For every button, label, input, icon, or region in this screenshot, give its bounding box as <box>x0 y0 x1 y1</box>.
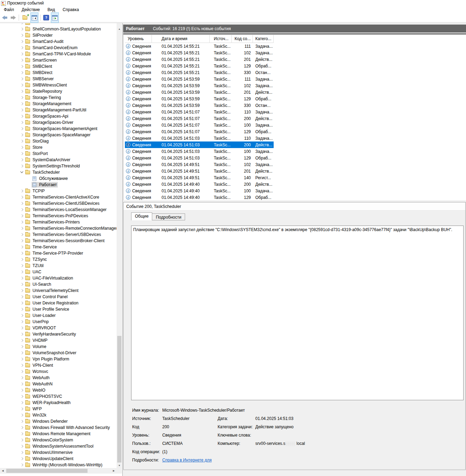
menu-Файл[interactable]: Файл <box>0 7 18 13</box>
tree-item-WFP[interactable]: WFP <box>0 406 117 412</box>
chevron-right-icon[interactable] <box>20 232 25 237</box>
chevron-right-icon[interactable] <box>20 282 25 287</box>
event-row[interactable]: iСведения01.04.2025 14:51:07TaskSc...100… <box>125 122 274 128</box>
tab-general[interactable]: Общие <box>131 212 152 220</box>
chevron-right-icon[interactable] <box>20 58 25 63</box>
scroll-right-arrow-icon[interactable]: ▶ <box>111 468 117 474</box>
chevron-right-icon[interactable] <box>20 338 25 343</box>
chevron-right-icon[interactable] <box>20 151 25 156</box>
event-row[interactable]: iСведения01.04.2025 14:49:51TaskSc...102… <box>125 161 274 168</box>
help-button[interactable]: ? <box>42 13 50 22</box>
chevron-right-icon[interactable] <box>20 207 25 212</box>
event-row[interactable]: iСведения01.04.2025 14:51:07TaskSc...129… <box>125 128 274 135</box>
menu-Вид[interactable]: Вид <box>44 7 59 13</box>
export-button[interactable] <box>21 13 30 22</box>
tree-item-Windows Firewall With Advanced Security[interactable]: Windows Firewall With Advanced Security <box>0 424 117 431</box>
chevron-right-icon[interactable] <box>20 463 25 467</box>
tree-item-WinHttp (Microsoft-Windows-WinHttp)[interactable]: WinHttp (Microsoft-Windows-WinHttp) <box>0 462 117 468</box>
event-row[interactable]: iСведения01.04.2025 14:53:59TaskSc...129… <box>125 95 274 102</box>
chevron-right-icon[interactable] <box>20 27 25 31</box>
chevron-right-icon[interactable] <box>20 294 25 299</box>
chevron-right-icon[interactable] <box>20 257 25 262</box>
tree-item-TCPIP[interactable]: TCPIP <box>0 188 117 194</box>
tree-item-VolumeSnapshot-Driver[interactable]: VolumeSnapshot-Driver <box>0 350 117 356</box>
event-row[interactable]: iСведения01.04.2025 14:53:59TaskSc...330… <box>125 102 274 109</box>
chevron-right-icon[interactable] <box>20 23 25 25</box>
menu-Действие[interactable]: Действие <box>18 7 44 13</box>
tree-item-VDRVROOT[interactable]: VDRVROOT <box>0 325 117 331</box>
tree-item-WebAuth[interactable]: WebAuth <box>0 375 117 381</box>
event-row[interactable]: iСведения01.04.2025 14:53:59TaskSc...201… <box>125 89 274 95</box>
tree-item-Time-Service[interactable]: Time-Service <box>0 244 117 250</box>
chevron-right-icon[interactable] <box>20 431 25 436</box>
tree-item-Volume[interactable]: Volume <box>0 344 117 350</box>
tree-item-TerminalServices-SessionBroker-Client[interactable]: TerminalServices-SessionBroker-Client <box>0 238 117 244</box>
tree-item-StorageSpaces-Driver[interactable]: StorageSpaces-Driver <box>0 119 117 126</box>
tab-details[interactable]: Подробности <box>152 213 185 220</box>
chevron-right-icon[interactable] <box>20 456 25 461</box>
chevron-right-icon[interactable] <box>20 276 25 281</box>
chevron-right-icon[interactable] <box>20 400 25 405</box>
tree-item-TerminalServices-ClientUSBDevices[interactable]: TerminalServices-ClientUSBDevices <box>0 200 117 207</box>
column-header-cat[interactable]: Катего... <box>253 35 274 43</box>
tree-item-User-Loader[interactable]: User-Loader <box>0 312 117 319</box>
tree-item-VerifyHardwareSecurity[interactable]: VerifyHardwareSecurity <box>0 331 117 337</box>
tree-item-SMBServer[interactable]: SMBServer <box>0 76 117 82</box>
tree-item-Работает[interactable]: Работает <box>0 182 117 188</box>
chevron-right-icon[interactable] <box>20 164 25 168</box>
chevron-right-icon[interactable] <box>20 319 25 324</box>
event-row[interactable]: iСведения01.04.2025 14:51:03TaskSc...129… <box>125 155 274 161</box>
horizontal-scrollbar-thumb[interactable] <box>6 469 88 473</box>
chevron-right-icon[interactable] <box>20 201 25 206</box>
tree-item-TerminalServices-Printers[interactable]: TerminalServices-Printers <box>0 219 117 225</box>
tree-item-Windows Defender[interactable]: Windows Defender <box>0 418 117 424</box>
chevron-right-icon[interactable] <box>20 394 25 399</box>
chevron-right-icon[interactable] <box>20 344 25 349</box>
chevron-right-icon[interactable] <box>20 226 25 231</box>
chevron-right-icon[interactable] <box>20 52 25 56</box>
tree-item-WindowsUpdateClient[interactable]: WindowsUpdateClient <box>0 456 117 462</box>
event-row[interactable]: iСведения01.04.2025 14:55:21TaskSc...111… <box>125 43 274 49</box>
forward-button[interactable] <box>9 13 17 22</box>
tree-horizontal-scrollbar[interactable]: ◀ ▶ <box>0 468 117 474</box>
tree-item-clipped[interactable] <box>0 23 117 26</box>
tree-item-StorageSpaces-ManagementAgent[interactable]: StorageSpaces-ManagementAgent <box>0 126 117 132</box>
chevron-right-icon[interactable] <box>20 120 25 125</box>
event-row[interactable]: iСведения01.04.2025 14:51:03TaskSc...110… <box>125 135 274 141</box>
chevron-right-icon[interactable] <box>20 251 25 256</box>
column-header-code[interactable]: Код со... <box>232 35 253 43</box>
chevron-right-icon[interactable] <box>20 95 25 100</box>
chevron-right-icon[interactable] <box>20 114 25 119</box>
tree-item-Vpn Plugin Platform[interactable]: Vpn Plugin Platform <box>0 356 117 362</box>
chevron-right-icon[interactable] <box>20 450 25 455</box>
tree-item-WindowsUIImmersive[interactable]: WindowsUIImmersive <box>0 449 117 456</box>
chevron-right-icon[interactable] <box>20 382 25 386</box>
chevron-right-icon[interactable] <box>20 213 25 218</box>
chevron-right-icon[interactable] <box>20 350 25 355</box>
tree-item-StorageManagement-PartUtil[interactable]: StorageManagement-PartUtil <box>0 107 117 113</box>
chevron-right-icon[interactable] <box>20 332 25 337</box>
chevron-right-icon[interactable] <box>20 413 25 418</box>
chevron-right-icon[interactable] <box>20 419 25 424</box>
tree-item-WebIO[interactable]: WebIO <box>0 387 117 393</box>
chevron-right-icon[interactable] <box>20 369 25 374</box>
tree-item-User Profile Service[interactable]: User Profile Service <box>0 306 117 312</box>
tree-item-TaskScheduler[interactable]: TaskScheduler <box>0 169 117 175</box>
tree-item-SystemDataArchiver[interactable]: SystemDataArchiver <box>0 157 117 163</box>
chevron-right-icon[interactable] <box>20 307 25 312</box>
chevron-right-icon[interactable] <box>20 126 25 131</box>
chevron-right-icon[interactable] <box>20 357 25 361</box>
chevron-right-icon[interactable] <box>20 288 25 293</box>
chevron-right-icon[interactable] <box>20 45 25 50</box>
back-button[interactable] <box>1 13 9 22</box>
event-row[interactable]: iСведения01.04.2025 14:49:51TaskSc...140… <box>125 174 274 181</box>
chevron-right-icon[interactable] <box>20 70 25 75</box>
tree-vertical-scrollbar[interactable]: ▲ ▼ <box>117 23 122 474</box>
tree-item-UAC-FileVirtualization[interactable]: UAC-FileVirtualization <box>0 275 117 281</box>
chevron-right-icon[interactable] <box>20 189 25 193</box>
chevron-right-icon[interactable] <box>20 33 25 38</box>
tree-item-VHDMP[interactable]: VHDMP <box>0 337 117 344</box>
event-row[interactable]: iСведения01.04.2025 14:55:21TaskSc...129… <box>125 63 274 69</box>
chevron-right-icon[interactable] <box>20 363 25 368</box>
tree-item-Store[interactable]: Store <box>0 144 117 150</box>
